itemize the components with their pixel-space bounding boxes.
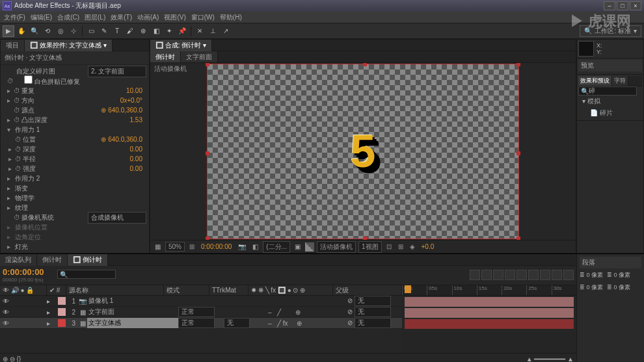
layer-row-2[interactable]: 👁 ▸2 ▦ 文字前面 正常 – ╱ ⊕ ⊘ 无 (0, 307, 402, 318)
layer-name-1[interactable]: 摄像机 1 (87, 296, 178, 305)
white-tiles-checkbox[interactable] (24, 75, 33, 84)
category-simulate[interactable]: 模拟 (587, 97, 600, 105)
prop-radius-value[interactable]: 0.00 (130, 155, 146, 162)
camera-tool-icon[interactable]: ◎ (55, 25, 66, 37)
menu-effect[interactable]: 效果(T) (108, 13, 135, 22)
group-gradient[interactable]: 渐变 (14, 184, 146, 193)
trkmat-dropdown-3[interactable]: 无 (224, 318, 250, 328)
track-bar-2[interactable] (405, 308, 574, 318)
axis-z-icon[interactable]: ↗ (220, 25, 232, 37)
viewer-tab-countdown[interactable]: 倒计时 (150, 51, 181, 62)
tl-btn-9[interactable] (563, 270, 574, 280)
toggle-switches-icon[interactable]: ⊕ ⊖ {} (3, 356, 21, 362)
eraser-tool-icon[interactable]: ◧ (150, 25, 162, 37)
axis-x-icon[interactable]: ✕ (194, 25, 206, 37)
stamp-tool-icon[interactable]: ⊛ (137, 25, 149, 37)
track-bar-3[interactable] (405, 319, 574, 329)
maximize-button[interactable]: □ (617, 1, 628, 10)
mode-dropdown-2[interactable]: 正常 (178, 307, 215, 317)
prop-origin[interactable]: 源点 (20, 106, 101, 115)
menu-composition[interactable]: 合成(C) (55, 13, 82, 22)
rotate-tool-icon[interactable]: ⟲ (42, 25, 53, 37)
viewer-canvas[interactable]: 活动摄像机 5 (150, 63, 576, 240)
tl-btn-2[interactable] (481, 270, 492, 280)
prop-extrude-value[interactable]: 1.53 (130, 116, 146, 123)
menu-view[interactable]: 视图(V) (161, 13, 188, 22)
tab-effect-controls[interactable]: 🔳 效果控件: 文字立体感 ▾ (25, 40, 113, 51)
puppet-tool-icon[interactable]: 📌 (176, 25, 188, 37)
tl-btn-8[interactable] (552, 270, 562, 280)
anchor-tool-icon[interactable]: ⊹ (68, 25, 79, 37)
parent-dropdown-2[interactable]: 无 (355, 307, 391, 317)
menu-window[interactable]: 窗口(W) (189, 13, 217, 22)
menu-animation[interactable]: 动画(A) (135, 13, 161, 22)
tl-btn-6[interactable] (528, 270, 539, 280)
region-icon[interactable]: ▣ (293, 242, 302, 251)
prop-position[interactable]: 位置 (21, 135, 101, 144)
exposure-value[interactable]: +0.0 (420, 242, 436, 251)
vf-icon2[interactable]: ⊞ (396, 242, 405, 251)
menu-help[interactable]: 帮助(H) (217, 13, 245, 22)
prop-origin-value[interactable]: ⊕ 640.0,360.0 (101, 107, 146, 114)
prop-repeat[interactable]: 重复 (20, 86, 126, 96)
tab-effects-presets[interactable]: 效果和预设 (578, 76, 612, 86)
track-bar-1[interactable] (405, 297, 574, 307)
axis-y-icon[interactable]: ⊥ (207, 25, 219, 37)
prop-strength[interactable]: 强度 (21, 164, 130, 174)
tl-btn-4[interactable] (505, 270, 515, 280)
tab-render-queue[interactable]: 渲染队列 (0, 254, 37, 266)
prop-extrude[interactable]: 凸出深度 (20, 116, 130, 125)
layer-name-2[interactable]: 文字前面 (87, 307, 178, 317)
viewer-tab-textfront[interactable]: 文字前面 (181, 51, 218, 62)
group-force2[interactable]: 作用力 2 (14, 174, 146, 183)
selection-tool-icon[interactable]: ▶ (3, 25, 14, 37)
viewer-header-tab[interactable]: 🔳 合成: 倒计时 ▾ (150, 40, 212, 51)
resolution-icon[interactable]: ⊞ (187, 242, 196, 251)
parent-dropdown-3[interactable]: 无 (355, 318, 391, 328)
snapshot-icon[interactable]: 📷 (236, 242, 248, 251)
comp-canvas[interactable]: 5 (207, 64, 519, 239)
vf-icon3[interactable]: ◈ (408, 242, 417, 251)
rect-tool-icon[interactable]: ▭ (85, 25, 97, 37)
group-force1[interactable]: 作用力 1 (14, 125, 146, 135)
prop-direction-value[interactable]: 0x+0.0° (120, 97, 146, 104)
prop-position-value[interactable]: ⊕ 640.0,360.0 (101, 136, 146, 143)
mode-dropdown-3[interactable]: 正常 (178, 318, 215, 328)
tab-character[interactable]: 字符 (612, 76, 628, 86)
prop-repeat-value[interactable]: 10.00 (126, 87, 146, 94)
effects-search-input[interactable]: 🔍 碎 (578, 86, 637, 96)
zoom-slider[interactable]: ▲ ━━━━━━━━ ▲ (526, 356, 574, 362)
views-dropdown[interactable]: 1视图 (358, 241, 382, 253)
time-ruler[interactable]: 00s 05s 10s 15s 20s 25s 30s (402, 285, 576, 296)
menu-file[interactable]: 文件(F) (1, 13, 28, 22)
stopwatch-icon[interactable]: ⏱ (7, 77, 14, 84)
roto-tool-icon[interactable]: ✦ (163, 25, 175, 37)
playhead-icon[interactable] (405, 285, 411, 293)
tl-btn-7[interactable] (540, 270, 550, 280)
group-material[interactable]: 材质 (14, 252, 146, 253)
layer-row-3[interactable]: 👁 ▸3 ▦ 文字立体感 正常 无 – ╱ fx ⊕ ⊘ 无 (0, 318, 402, 329)
col-mode[interactable]: 模式 (164, 285, 209, 295)
zoom-dropdown[interactable]: 50% (165, 242, 185, 252)
paragraph-header[interactable]: 段落 (580, 257, 641, 268)
col-parent[interactable]: 父级 (333, 285, 402, 295)
footer-timecode[interactable]: 0:00:00:00 (199, 242, 234, 251)
parent-dropdown-1[interactable]: 无 (355, 296, 391, 306)
prop-direction[interactable]: 方向 (20, 96, 120, 105)
tab-comp-2[interactable]: 🔳 倒计时 (68, 254, 108, 266)
timeline-search[interactable]: 🔍 (57, 270, 116, 279)
zoom-tool-icon[interactable]: 🔍 (29, 25, 40, 37)
prop-radius[interactable]: 半径 (21, 155, 130, 164)
brush-tool-icon[interactable]: 🖌 (124, 25, 136, 37)
tl-btn-3[interactable] (493, 270, 503, 280)
pen-tool-icon[interactable]: ✎ (98, 25, 110, 37)
hand-tool-icon[interactable]: ✋ (16, 25, 27, 37)
prop-depth-value[interactable]: 0.00 (130, 146, 146, 153)
resolution-dropdown[interactable]: (二分... (263, 241, 290, 253)
tl-btn-1[interactable] (470, 270, 480, 280)
channel-icon[interactable]: ◧ (250, 242, 260, 251)
text-tool-icon[interactable]: T (111, 25, 123, 37)
grid-icon[interactable]: ▦ (153, 242, 163, 251)
tab-comp-1[interactable]: 倒计时 (37, 254, 68, 266)
layer-name-3[interactable]: 文字立体感 (87, 318, 178, 328)
